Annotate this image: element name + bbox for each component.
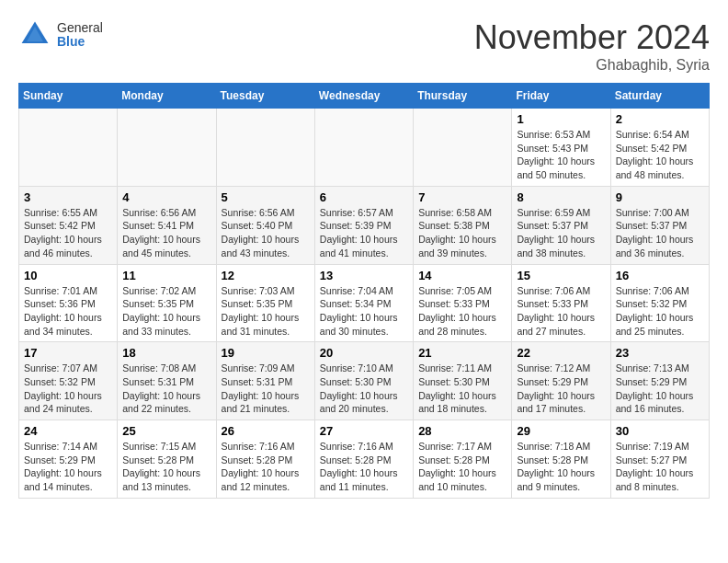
weekday-header: Wednesday <box>314 84 413 109</box>
calendar-cell: 24Sunrise: 7:14 AM Sunset: 5:29 PM Dayli… <box>19 420 118 499</box>
day-info: Sunrise: 7:08 AM Sunset: 5:31 PM Dayligh… <box>122 362 210 416</box>
calendar-cell: 23Sunrise: 7:13 AM Sunset: 5:29 PM Dayli… <box>610 342 709 420</box>
calendar-cell: 18Sunrise: 7:08 AM Sunset: 5:31 PM Dayli… <box>118 342 216 420</box>
day-number: 19 <box>222 346 310 360</box>
day-info: Sunrise: 7:09 AM Sunset: 5:31 PM Dayligh… <box>222 362 310 416</box>
day-number: 21 <box>418 346 506 360</box>
calendar-cell: 14Sunrise: 7:05 AM Sunset: 5:33 PM Dayli… <box>414 264 512 342</box>
day-info: Sunrise: 7:02 AM Sunset: 5:35 PM Dayligh… <box>122 284 210 339</box>
day-info: Sunrise: 7:01 AM Sunset: 5:36 PM Dayligh… <box>24 284 112 339</box>
calendar-week-row: 1Sunrise: 6:53 AM Sunset: 5:43 PM Daylig… <box>19 109 710 187</box>
day-number: 9 <box>616 190 704 204</box>
day-number: 2 <box>616 112 704 126</box>
day-number: 5 <box>222 190 310 204</box>
calendar-cell: 17Sunrise: 7:07 AM Sunset: 5:32 PM Dayli… <box>19 342 118 420</box>
day-number: 30 <box>616 424 704 438</box>
day-info: Sunrise: 7:10 AM Sunset: 5:30 PM Dayligh… <box>320 362 408 416</box>
weekday-header: Friday <box>512 84 610 109</box>
day-number: 23 <box>616 346 704 360</box>
day-number: 11 <box>122 269 210 282</box>
logo-general: General <box>57 21 103 35</box>
logo-text: General Blue <box>57 21 103 50</box>
calendar-cell <box>118 109 216 187</box>
title-block: November 2024 Ghabaghib, Syria <box>474 18 710 74</box>
calendar-cell: 1Sunrise: 6:53 AM Sunset: 5:43 PM Daylig… <box>512 109 610 187</box>
day-info: Sunrise: 7:17 AM Sunset: 5:28 PM Dayligh… <box>418 440 506 494</box>
calendar-cell: 5Sunrise: 6:56 AM Sunset: 5:40 PM Daylig… <box>216 186 314 264</box>
calendar-cell: 21Sunrise: 7:11 AM Sunset: 5:30 PM Dayli… <box>414 342 512 420</box>
day-number: 10 <box>24 269 112 282</box>
calendar-cell: 2Sunrise: 6:54 AM Sunset: 5:42 PM Daylig… <box>610 109 709 187</box>
day-number: 22 <box>517 346 605 360</box>
day-info: Sunrise: 6:56 AM Sunset: 5:41 PM Dayligh… <box>122 206 210 260</box>
calendar-cell: 27Sunrise: 7:16 AM Sunset: 5:28 PM Dayli… <box>314 420 413 499</box>
weekday-header: Thursday <box>414 84 512 109</box>
calendar-cell <box>314 109 413 187</box>
day-number: 15 <box>517 269 605 282</box>
logo: General Blue <box>18 18 103 52</box>
calendar-cell: 9Sunrise: 7:00 AM Sunset: 5:37 PM Daylig… <box>610 186 709 264</box>
day-info: Sunrise: 7:06 AM Sunset: 5:32 PM Dayligh… <box>616 284 704 339</box>
day-number: 13 <box>320 269 408 282</box>
calendar-cell: 19Sunrise: 7:09 AM Sunset: 5:31 PM Dayli… <box>216 342 314 420</box>
month-title: November 2024 <box>474 18 710 57</box>
weekday-header: Sunday <box>19 84 118 109</box>
weekday-header: Tuesday <box>216 84 314 109</box>
day-info: Sunrise: 6:55 AM Sunset: 5:42 PM Dayligh… <box>24 206 112 260</box>
day-number: 27 <box>320 424 408 438</box>
weekday-header-row: SundayMondayTuesdayWednesdayThursdayFrid… <box>19 84 710 109</box>
calendar-cell: 30Sunrise: 7:19 AM Sunset: 5:27 PM Dayli… <box>610 420 709 499</box>
day-number: 24 <box>24 424 112 438</box>
calendar-cell: 25Sunrise: 7:15 AM Sunset: 5:28 PM Dayli… <box>118 420 216 499</box>
page-header: General Blue November 2024 Ghabaghib, Sy… <box>18 18 710 74</box>
calendar-cell: 13Sunrise: 7:04 AM Sunset: 5:34 PM Dayli… <box>314 264 413 342</box>
calendar-cell: 15Sunrise: 7:06 AM Sunset: 5:33 PM Dayli… <box>512 264 610 342</box>
calendar-cell: 6Sunrise: 6:57 AM Sunset: 5:39 PM Daylig… <box>314 186 413 264</box>
calendar-cell <box>19 109 118 187</box>
calendar-cell <box>414 109 512 187</box>
day-info: Sunrise: 6:59 AM Sunset: 5:37 PM Dayligh… <box>517 206 605 260</box>
day-number: 7 <box>418 190 506 204</box>
day-number: 18 <box>122 346 210 360</box>
day-number: 8 <box>517 190 605 204</box>
calendar-cell: 16Sunrise: 7:06 AM Sunset: 5:32 PM Dayli… <box>610 264 709 342</box>
weekday-header: Monday <box>118 84 216 109</box>
calendar-cell: 7Sunrise: 6:58 AM Sunset: 5:38 PM Daylig… <box>414 186 512 264</box>
day-info: Sunrise: 7:16 AM Sunset: 5:28 PM Dayligh… <box>320 440 408 494</box>
calendar-cell: 22Sunrise: 7:12 AM Sunset: 5:29 PM Dayli… <box>512 342 610 420</box>
calendar-cell: 28Sunrise: 7:17 AM Sunset: 5:28 PM Dayli… <box>414 420 512 499</box>
day-info: Sunrise: 6:58 AM Sunset: 5:38 PM Dayligh… <box>418 206 506 260</box>
day-number: 16 <box>616 269 704 282</box>
day-info: Sunrise: 7:14 AM Sunset: 5:29 PM Dayligh… <box>24 440 112 494</box>
day-info: Sunrise: 7:07 AM Sunset: 5:32 PM Dayligh… <box>24 362 112 416</box>
location: Ghabaghib, Syria <box>474 57 710 74</box>
calendar-week-row: 10Sunrise: 7:01 AM Sunset: 5:36 PM Dayli… <box>19 264 710 342</box>
day-number: 4 <box>122 190 210 204</box>
day-number: 3 <box>24 190 112 204</box>
day-number: 12 <box>222 269 310 282</box>
day-number: 1 <box>517 112 605 126</box>
day-info: Sunrise: 7:11 AM Sunset: 5:30 PM Dayligh… <box>418 362 506 416</box>
calendar-cell: 11Sunrise: 7:02 AM Sunset: 5:35 PM Dayli… <box>118 264 216 342</box>
calendar-cell <box>216 109 314 187</box>
day-info: Sunrise: 7:15 AM Sunset: 5:28 PM Dayligh… <box>122 440 210 494</box>
day-info: Sunrise: 7:18 AM Sunset: 5:28 PM Dayligh… <box>517 440 605 494</box>
calendar-week-row: 24Sunrise: 7:14 AM Sunset: 5:29 PM Dayli… <box>19 420 710 499</box>
calendar-cell: 26Sunrise: 7:16 AM Sunset: 5:28 PM Dayli… <box>216 420 314 499</box>
logo-icon <box>18 18 51 52</box>
calendar-table: SundayMondayTuesdayWednesdayThursdayFrid… <box>18 83 710 499</box>
day-number: 17 <box>24 346 112 360</box>
day-info: Sunrise: 7:06 AM Sunset: 5:33 PM Dayligh… <box>517 284 605 339</box>
day-info: Sunrise: 7:13 AM Sunset: 5:29 PM Dayligh… <box>616 362 704 416</box>
calendar-cell: 29Sunrise: 7:18 AM Sunset: 5:28 PM Dayli… <box>512 420 610 499</box>
day-number: 20 <box>320 346 408 360</box>
calendar-cell: 3Sunrise: 6:55 AM Sunset: 5:42 PM Daylig… <box>19 186 118 264</box>
weekday-header: Saturday <box>610 84 709 109</box>
day-info: Sunrise: 7:04 AM Sunset: 5:34 PM Dayligh… <box>320 284 408 339</box>
day-number: 26 <box>222 424 310 438</box>
day-number: 6 <box>320 190 408 204</box>
day-info: Sunrise: 7:19 AM Sunset: 5:27 PM Dayligh… <box>616 440 704 494</box>
logo-blue: Blue <box>57 35 103 49</box>
day-info: Sunrise: 7:16 AM Sunset: 5:28 PM Dayligh… <box>222 440 310 494</box>
day-info: Sunrise: 7:05 AM Sunset: 5:33 PM Dayligh… <box>418 284 506 339</box>
